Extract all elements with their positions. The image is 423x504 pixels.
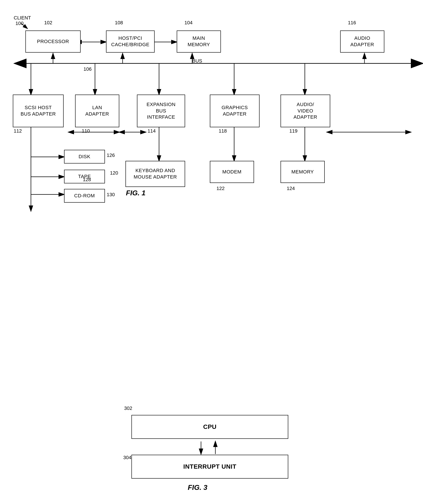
main-memory-box: MAIN MEMORY [177, 30, 221, 53]
lan-adapter-num: 110 [82, 128, 90, 134]
svg-marker-6 [411, 59, 423, 68]
cpu-num-label: 302 [124, 405, 132, 411]
host-pci-box: HOST/PCI CACHE/BRIDGE [106, 30, 155, 53]
main-memory-num: 104 [185, 20, 193, 26]
interrupt-unit-box: INTERRUPT UNIT [131, 455, 288, 479]
interrupt-num-label: 304 [123, 455, 131, 461]
disk-box: DISK [64, 150, 105, 163]
audio-video-box: AUDIO/ VIDEO ADAPTER [280, 95, 330, 127]
memory-num: 124 [287, 186, 295, 191]
scsi-num: 112 [14, 128, 22, 134]
expansion-num: 114 [148, 128, 156, 134]
tape-num-area: 128 [83, 177, 91, 182]
keyboard-num: 120 [110, 170, 118, 176]
graphics-num: 118 [219, 128, 227, 134]
lan-adapter-box: LAN ADAPTER [75, 95, 119, 127]
modem-box: MODEM [210, 161, 254, 183]
fig3-label: FIG. 3 [188, 483, 207, 492]
modem-num: 122 [216, 186, 225, 191]
host-pci-num: 108 [115, 20, 123, 26]
tape-num-128: 128 [83, 177, 91, 182]
processor-num: 102 [44, 20, 52, 26]
cdrom-box: CD-ROM [64, 189, 105, 203]
keyboard-box: KEYBOARD AND MOUSE ADAPTER [125, 161, 185, 187]
svg-marker-5 [13, 59, 26, 68]
audio-video-num: 119 [289, 128, 298, 134]
lan-adapter-106: 106 [83, 66, 92, 72]
disk-num: 126 [107, 152, 115, 158]
memory-box: MEMORY [280, 161, 325, 183]
audio-adapter-box: AUDIO ADAPTER [340, 30, 384, 53]
graphics-adapter-box: GRAPHICS ADAPTER [210, 95, 260, 127]
audio-adapter-num: 116 [348, 20, 356, 26]
scsi-box: SCSI HOST BUS ADAPTER [13, 95, 64, 127]
cpu-box: CPU [131, 415, 288, 439]
bus-label: BUS [192, 58, 202, 64]
cdrom-num: 130 [107, 192, 115, 198]
svg-line-30 [21, 23, 28, 29]
expansion-bus-box: EXPANSION BUS INTERFACE [137, 95, 185, 127]
fig1-label: FIG. 1 [126, 189, 146, 197]
